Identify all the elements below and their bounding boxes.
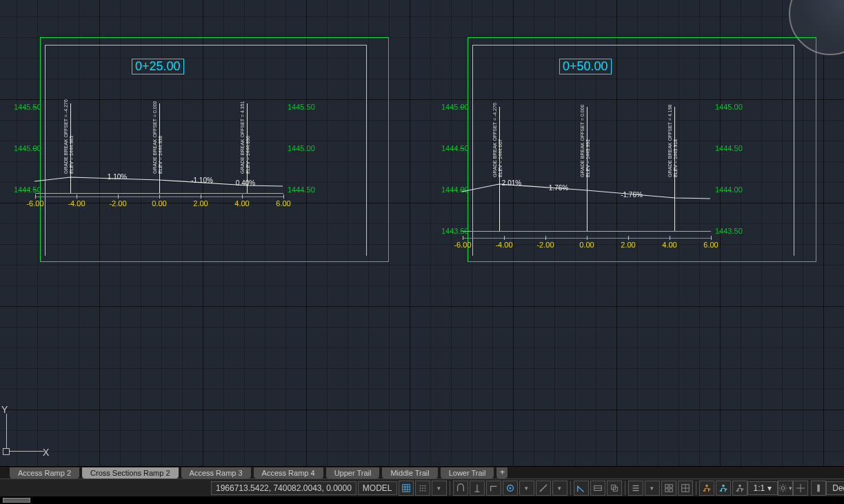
grade-break-elev-label: ELEV = 1444.067 [498,139,503,177]
svg-rect-28 [665,488,667,491]
svg-rect-27 [669,484,672,487]
slope-label: 2.01% [502,179,521,187]
svg-point-42 [781,486,785,490]
dropdown-icon[interactable]: ▾ [432,481,447,496]
svg-point-17 [509,487,511,489]
person3-icon[interactable] [732,481,747,496]
layout-tab-bar[interactable]: Access Ramp 2Cross Sections Ramp 2Access… [0,466,844,478]
justify-icon[interactable] [628,481,643,496]
svg-line-49 [781,490,781,490]
layout-tab[interactable]: Access Ramp 3 [181,467,251,478]
statusbar-separator [696,481,696,495]
taskbar-fragment [3,498,30,503]
grid-display-icon[interactable] [399,481,414,496]
layout-tab[interactable]: Access Ramp 4 [254,467,323,478]
grade-break-offset-label: GRADE BREAK OFFSET = 4.198 [667,105,672,178]
grade-break-offset-label: GRADE BREAK OFFSET = 0.000 [580,105,585,178]
svg-point-13 [424,490,425,491]
statusbar-separator [450,481,450,495]
osnap-icon[interactable] [574,481,589,496]
layout-tab[interactable]: Middle Trail [382,467,437,478]
dropdown-icon-3[interactable]: ▾ [552,481,567,496]
quick-properties-icon[interactable] [811,481,826,496]
svg-rect-26 [665,484,667,487]
statusbar-separator [625,481,625,495]
status-bar: 1966713.5422, 740082.0043, 0.0000 MODEL … [0,478,844,496]
ortho-icon[interactable] [470,481,485,496]
svg-point-11 [419,490,421,491]
svg-line-47 [781,485,781,485]
crosshair-icon[interactable] [793,481,808,496]
slope-label: 1.76% [549,184,568,192]
grid-dots-icon[interactable] [415,481,430,496]
statusbar-separator [570,481,571,495]
annotation-scale[interactable]: 1:1▾ [747,481,778,495]
svg-rect-53 [817,484,820,492]
svg-line-50 [785,485,786,485]
polar-icon[interactable] [486,481,501,496]
svg-point-9 [422,487,423,489]
isoplane-icon[interactable] [503,481,518,496]
bottom-strip [0,496,844,504]
svg-point-5 [419,485,421,486]
svg-rect-0 [402,484,410,492]
svg-rect-29 [669,488,672,491]
grade-break-elev-label: ELEV = 1443.918 [673,139,678,177]
svg-line-48 [785,490,786,490]
svg-point-8 [419,487,421,489]
grid2-icon[interactable] [678,481,693,496]
otrack-icon[interactable] [536,481,551,496]
lineweight-icon[interactable] [590,481,605,496]
drawing-units[interactable]: Decimal▾ [826,481,844,495]
settings-gear-icon[interactable]: ▾ [778,481,793,496]
svg-point-39 [738,484,741,487]
layout-tab[interactable]: Lower Trail [441,467,494,478]
drawing-viewport[interactable]: X Y 0+25.001445.501445.001444.501445.501… [0,0,844,466]
svg-point-36 [722,484,725,487]
grade-break-offset-label: GRADE BREAK OFFSET = -4.276 [492,103,497,177]
layout-tab[interactable]: Cross Sections Ramp 2 [82,467,179,478]
layout-tab[interactable]: Upper Trail [326,467,380,478]
grade-break-elev-label: ELEV = 1443.992 [585,139,590,177]
model-paper-toggle[interactable]: MODEL [358,481,397,495]
layout-tab[interactable]: Access Ramp 2 [10,467,79,478]
svg-point-10 [424,487,425,489]
svg-point-33 [705,484,708,487]
cursor-coordinates[interactable]: 1966713.5422, 740082.0043, 0.0000 [211,481,356,495]
svg-point-6 [422,485,423,486]
person2-icon[interactable] [716,481,731,496]
transparency-icon[interactable] [607,481,622,496]
dropdown-icon-2[interactable]: ▾ [519,481,534,496]
dropdown-icon-4[interactable]: ▾ [645,481,660,496]
snap-icon[interactable] [453,481,468,496]
add-layout-tab-button[interactable]: + [496,467,508,478]
cells-icon[interactable] [661,481,676,496]
slope-label: -1.76% [621,191,643,199]
svg-point-18 [540,490,541,491]
svg-point-7 [424,485,425,486]
svg-point-12 [422,490,423,491]
walk-icon[interactable] [699,481,714,496]
